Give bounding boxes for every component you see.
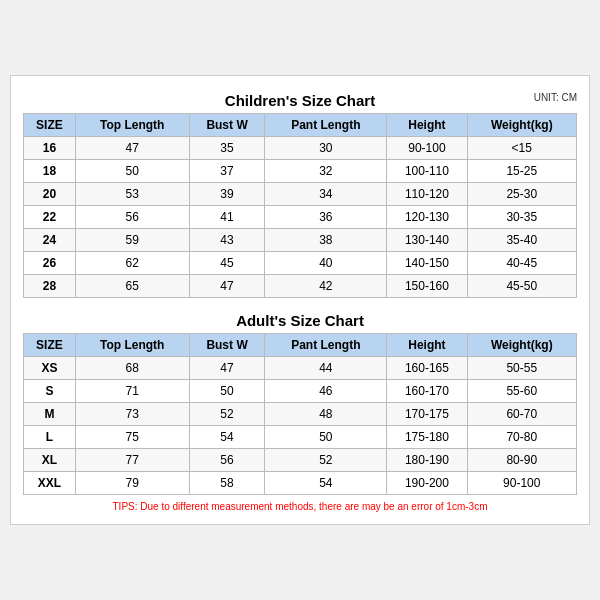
- col-header-bust-w: Bust W: [189, 114, 265, 137]
- table-row: XXL795854190-20090-100: [24, 472, 577, 495]
- table-row: 22564136120-13030-35: [24, 206, 577, 229]
- adult-chart-title: Adult's Size Chart: [23, 306, 577, 333]
- col-header-top-length: Top Length: [75, 114, 189, 137]
- col-header-height: Height: [387, 114, 467, 137]
- size-chart: Children's Size Chart UNIT: CM SIZE Top …: [10, 75, 590, 525]
- adult-size-table: SIZE Top Length Bust W Pant Length Heigh…: [23, 333, 577, 495]
- adult-col-pant-length: Pant Length: [265, 334, 387, 357]
- adult-col-size: SIZE: [24, 334, 76, 357]
- adult-header-row: SIZE Top Length Bust W Pant Length Heigh…: [24, 334, 577, 357]
- table-row: 1647353090-100<15: [24, 137, 577, 160]
- table-row: XL775652180-19080-90: [24, 449, 577, 472]
- table-row: 24594338130-14035-40: [24, 229, 577, 252]
- col-header-weight: Weight(kg): [467, 114, 576, 137]
- table-row: 18503732100-11015-25: [24, 160, 577, 183]
- table-row: L755450175-18070-80: [24, 426, 577, 449]
- col-header-pant-length: Pant Length: [265, 114, 387, 137]
- children-size-table: SIZE Top Length Bust W Pant Length Heigh…: [23, 113, 577, 298]
- children-chart-title: Children's Size Chart UNIT: CM: [23, 86, 577, 113]
- adult-col-height: Height: [387, 334, 467, 357]
- adult-col-bust-w: Bust W: [189, 334, 265, 357]
- table-row: 26624540140-15040-45: [24, 252, 577, 275]
- adult-col-weight: Weight(kg): [467, 334, 576, 357]
- children-header-row: SIZE Top Length Bust W Pant Length Heigh…: [24, 114, 577, 137]
- table-row: S715046160-17055-60: [24, 380, 577, 403]
- table-row: 20533934110-12025-30: [24, 183, 577, 206]
- col-header-size: SIZE: [24, 114, 76, 137]
- unit-label: UNIT: CM: [534, 92, 577, 103]
- tips-text: TIPS: Due to different measurement metho…: [23, 495, 577, 514]
- table-row: XS684744160-16550-55: [24, 357, 577, 380]
- table-row: 28654742150-16045-50: [24, 275, 577, 298]
- table-row: M735248170-17560-70: [24, 403, 577, 426]
- adult-col-top-length: Top Length: [75, 334, 189, 357]
